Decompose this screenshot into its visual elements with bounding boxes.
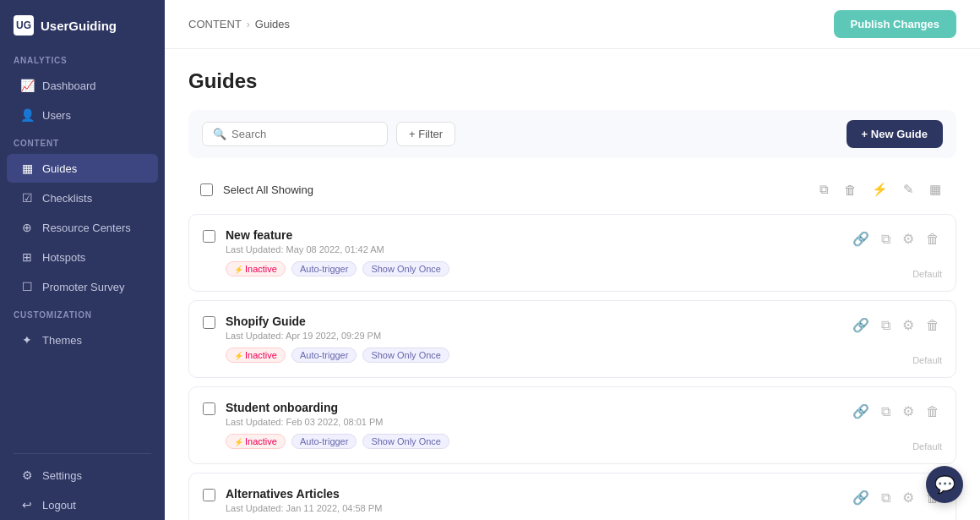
guide-default-label: Default [912,441,942,452]
sidebar-section-content: CONTENT ▦ Guides ☑ Checklists ⊕ Resource… [0,130,165,302]
search-input[interactable] [231,128,377,140]
content-section-label: CONTENT [0,130,165,153]
sidebar-item-themes[interactable]: ✦ Themes [7,326,158,354]
guide-link-button[interactable]: 🔗 [850,315,872,336]
guide-default-label: Default [912,355,942,365]
sidebar-bottom: ⚙ Settings ↩ Logout [0,446,165,520]
sidebar-item-promoter-survey[interactable]: ☐ Promoter Survey [7,272,158,301]
bulk-bolt-button[interactable]: ⚡ [868,180,891,199]
guide-settings-button[interactable]: ⚙ [900,228,917,249]
sidebar-item-label: Checklists [42,192,92,205]
tag-inactive: Inactive [226,261,286,276]
new-guide-button[interactable]: + New Guide [847,120,943,148]
chat-bubble-button[interactable]: 💬 [926,466,963,503]
select-all-label: Select All Showing [223,183,806,196]
guide-copy-button[interactable]: ⧉ [879,488,893,508]
sidebar-divider [14,453,151,454]
sidebar-item-label: Settings [42,469,82,482]
guide-checkbox-wrapper [203,402,215,419]
guide-actions: 🔗 ⧉ ⚙ 🗑 [850,228,942,249]
guide-card: Shopify Guide Last Updated: Apr 19 2022,… [188,300,956,378]
analytics-section-label: ANALYTICS [0,47,165,70]
page-title: Guides [188,69,956,93]
guide-name: Student onboarding [226,401,807,414]
guide-name: Alternatives Articles [226,487,807,501]
tag-show-only-once: Show Only Once [362,434,449,449]
guide-actions: 🔗 ⧉ ⚙ 🗑 [850,401,942,422]
guide-card: New feature Last Updated: May 08 2022, 0… [188,214,956,292]
guide-tags: InactiveAuto-triggerShow Only Once [226,261,807,276]
guide-checkbox[interactable] [203,489,215,501]
topbar: CONTENT › Guides Publish Changes [165,0,980,49]
guide-settings-button[interactable]: ⚙ [900,401,917,422]
guides-list: New feature Last Updated: May 08 2022, 0… [188,214,956,520]
sidebar-item-logout[interactable]: ↩ Logout [7,490,158,519]
sidebar-item-dashboard[interactable]: 📈 Dashboard [7,71,158,100]
bulk-copy-button[interactable]: ⧉ [816,180,832,199]
sidebar-item-guides[interactable]: ▦ Guides [7,154,158,183]
guide-updated: Last Updated: Feb 03 2022, 08:01 PM [226,417,807,427]
select-all-checkbox[interactable] [200,183,213,196]
guide-checkbox-wrapper [203,316,215,332]
dashboard-icon: 📈 [20,79,34,92]
guide-checkbox[interactable] [203,402,215,415]
sidebar-item-settings[interactable]: ⚙ Settings [7,461,158,490]
guide-link-button[interactable]: 🔗 [850,401,872,422]
tag-show-only-once: Show Only Once [362,348,449,363]
sidebar-item-users[interactable]: 👤 Users [7,101,158,129]
sidebar-item-label: Resource Centers [42,222,131,234]
sidebar-item-label: Users [42,109,71,122]
guide-copy-button[interactable]: ⧉ [879,402,893,422]
search-icon: 🔍 [213,128,226,140]
sidebar-item-label: Guides [42,162,77,175]
guide-body: Student onboarding Last Updated: Feb 03 … [226,401,807,449]
guide-copy-button[interactable]: ⧉ [879,315,893,336]
search-box: 🔍 [202,122,388,146]
bulk-edit-button[interactable]: ✎ [900,180,917,199]
breadcrumb-current: Guides [255,18,290,30]
guide-updated: Last Updated: Apr 19 2022, 09:29 PM [226,331,807,341]
logo-icon: UG [14,15,34,36]
sidebar-item-label: Dashboard [42,79,96,92]
bulk-grid-button[interactable]: ▦ [926,180,945,199]
hotspots-icon: ⊞ [20,250,34,264]
sidebar: UG UserGuiding ANALYTICS 📈 Dashboard 👤 U… [0,0,165,520]
resource-centers-icon: ⊕ [20,221,34,234]
guide-link-button[interactable]: 🔗 [850,228,872,249]
guide-copy-button[interactable]: ⧉ [879,229,893,249]
guides-icon: ▦ [20,161,34,175]
logo: UG UserGuiding [0,0,165,47]
guide-checkbox-wrapper [203,230,215,246]
guide-checkbox[interactable] [203,316,215,329]
guide-delete-button[interactable]: 🗑 [923,315,942,336]
guide-checkbox[interactable] [203,230,215,243]
guide-updated: Last Updated: May 08 2022, 01:42 AM [226,244,807,255]
guide-settings-button[interactable]: ⚙ [900,487,917,508]
publish-changes-button[interactable]: Publish Changes [834,10,956,38]
breadcrumb-root: CONTENT [188,18,242,30]
guide-delete-button[interactable]: 🗑 [923,402,942,422]
sidebar-section-customization: CUSTOMIZATION ✦ Themes [0,302,165,355]
guide-link-button[interactable]: 🔗 [850,487,872,508]
guide-tags: InactiveAuto-triggerShow Only Once [226,348,807,363]
logo-text: UserGuiding [41,19,117,33]
sidebar-item-checklists[interactable]: ☑ Checklists [7,183,158,212]
filter-button[interactable]: + Filter [396,122,455,146]
guide-delete-button[interactable]: 🗑 [923,229,942,249]
select-all-actions: ⧉ 🗑 ⚡ ✎ ▦ [816,180,945,199]
guide-tags: InactiveAuto-triggerShow Only Once [226,434,807,449]
tag-show-only-once: Show Only Once [362,261,449,276]
tag-auto-trigger: Auto-trigger [291,434,357,449]
sidebar-item-resource-centers[interactable]: ⊕ Resource Centers [7,213,158,242]
sidebar-item-hotspots[interactable]: ⊞ Hotspots [7,243,158,271]
breadcrumb-separator: › [247,19,250,30]
guide-name: Shopify Guide [226,315,807,328]
themes-icon: ✦ [20,333,34,347]
guide-updated: Last Updated: Jan 11 2022, 04:58 PM [226,503,807,513]
guide-settings-button[interactable]: ⚙ [900,315,917,336]
tag-auto-trigger: Auto-trigger [291,261,357,276]
chat-icon: 💬 [934,474,956,495]
tag-inactive: Inactive [226,434,286,449]
tag-auto-trigger: Auto-trigger [291,348,357,363]
bulk-delete-button[interactable]: 🗑 [841,181,860,199]
